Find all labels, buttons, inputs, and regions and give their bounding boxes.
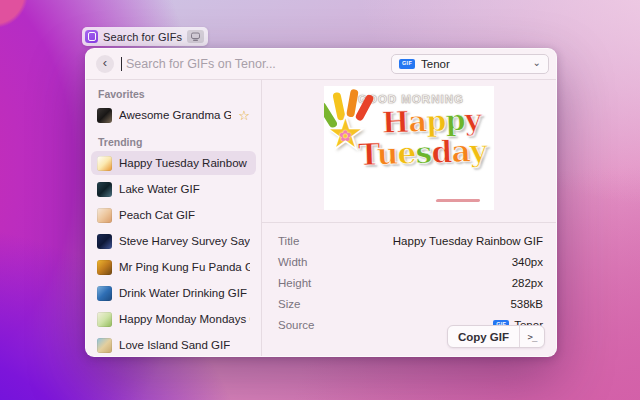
metadata-label: Title [278,235,299,247]
list-item-label: Happy Monday Mondays GIF [119,313,250,325]
list-item-label: Love Island Sand GIF [119,339,230,351]
gif-thumbnail [97,286,112,301]
metadata-row: Size538kB [262,293,556,314]
copy-gif-button[interactable]: Copy GIF [448,326,519,347]
search-input[interactable] [126,57,384,71]
gif-thumbnail [97,208,112,223]
section-label: Favorites [98,88,249,100]
gif-thumbnail [97,156,112,171]
section-label: Trending [98,136,249,148]
gif-thumbnail [97,182,112,197]
search-header: ‹ GIF Tenor ⌄ [86,49,556,79]
list-item[interactable]: Drink Water Drinking GIF [91,281,256,305]
back-button[interactable]: ‹ [96,55,114,73]
gif-thumbnail [97,234,112,249]
gif-title-words: Happy Tuesday [324,108,494,167]
action-button-group: Copy GIF >_ [447,325,545,348]
gif-thumbnail [97,108,112,123]
list-item-label: Steve Harvey Survey Says GIF [119,235,250,247]
metadata-value-text: Happy Tuesday Rainbow GIF [393,235,543,247]
hotkey-badge[interactable] [187,30,204,43]
list-item[interactable]: Lake Water GIF [91,177,256,201]
watermark-mark [436,199,481,202]
gif-title-letter: e [397,135,416,171]
detail-panel: GOOD MORNING ★ ✿ Happy Tuesday [262,80,556,356]
list-item-label: Peach Cat GIF [119,209,195,221]
launcher-pill[interactable]: Search for GIFs [82,27,208,46]
sidebar-list: FavoritesAwesome Grandma GIF☆TrendingHap… [86,80,262,356]
gif-title-letter: p [445,103,465,138]
gif-title-letter: s [415,134,432,170]
desktop-wallpaper: Search for GIFs ‹ GIF Tenor ⌄ FavoritesA… [0,0,640,400]
actions-menu-button[interactable]: >_ [520,326,544,347]
list-item-label: Happy Tuesday Rainbow GIF [119,157,250,169]
gif-title-letter: y [464,102,481,137]
metadata-list: TitleHappy Tuesday Rainbow GIFWidth340px… [262,223,556,335]
gif-title-letter: T [357,136,377,172]
source-dropdown[interactable]: GIF Tenor ⌄ [391,54,549,74]
gif-thumbnail [97,260,112,275]
list-item-label: Awesome Grandma GIF [119,109,231,121]
gif-title-letter: d [431,134,452,170]
metadata-value-text: 340px [512,256,543,268]
list-item[interactable]: Awesome Grandma GIF☆ [91,103,256,127]
list-item[interactable]: Peach Cat GIF [91,203,256,227]
list-item[interactable]: Happy Tuesday Rainbow GIF [91,151,256,175]
gif-preview-area: GOOD MORNING ★ ✿ Happy Tuesday [262,80,556,222]
gif-title-letter: a [408,104,427,139]
launcher-pill-label: Search for GIFs [103,31,182,43]
gif-title-letter: H [381,105,409,140]
metadata-value: 340px [512,256,543,268]
metadata-label: Source [278,319,314,331]
gif-title-letter: y [469,132,487,168]
list-item[interactable]: Steve Harvey Survey Says GIF [91,229,256,253]
gif-search-window: ‹ GIF Tenor ⌄ FavoritesAwesome Grandma G… [85,48,557,357]
window-body: FavoritesAwesome Grandma GIF☆TrendingHap… [86,80,556,356]
metadata-value: 282px [512,277,543,289]
metadata-value-text: 282px [512,277,543,289]
gif-badge-icon: GIF [399,59,415,69]
gif-word-tuesday: Tuesday [358,136,487,169]
gif-title-letter: u [376,135,398,171]
list-item[interactable]: Mr Ping Kung Fu Panda GIF [91,255,256,279]
gif-extension-icon [85,30,98,43]
metadata-row: Width340px [262,251,556,272]
metadata-label: Size [278,298,300,310]
source-dropdown-value: Tenor [421,58,527,70]
list-item-label: Mr Ping Kung Fu Panda GIF [119,261,250,273]
list-item-label: Drink Water Drinking GIF [119,287,247,299]
list-item[interactable]: Love Island Sand GIF [91,333,256,356]
favorite-star-icon: ☆ [238,109,250,122]
list-item-label: Lake Water GIF [119,183,200,195]
gif-preview-image: GOOD MORNING ★ ✿ Happy Tuesday [324,86,494,210]
metadata-row: TitleHappy Tuesday Rainbow GIF [262,230,556,251]
gif-title-letter: p [426,104,446,139]
metadata-value: Happy Tuesday Rainbow GIF [393,235,543,247]
metadata-value: 538kB [510,298,543,310]
metadata-row: Height282px [262,272,556,293]
metadata-label: Height [278,277,311,289]
gif-title-letter: a [451,133,471,169]
list-item[interactable]: Happy Monday Mondays GIF [91,307,256,331]
metadata-value-text: 538kB [510,298,543,310]
chevron-down-icon: ⌄ [533,57,541,68]
hotkey-icon [190,32,201,42]
gif-thumbnail [97,312,112,327]
text-caret [121,57,122,71]
gif-thumbnail [97,338,112,353]
metadata-label: Width [278,256,307,268]
